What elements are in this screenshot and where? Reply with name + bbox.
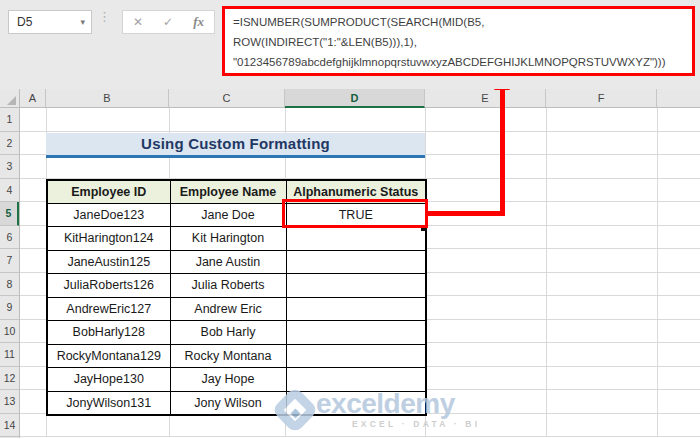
cell-c9[interactable]: Andrew Eric bbox=[170, 297, 286, 321]
watermark-tagline: EXCEL · DATA · BI bbox=[352, 419, 480, 429]
row-header-1[interactable]: 1 bbox=[0, 108, 19, 132]
table-row: RockyMontana129 Rocky Montana bbox=[47, 344, 426, 368]
sheet-title-cell[interactable]: Using Custom Formatting bbox=[46, 133, 425, 159]
cell-c11[interactable]: Rocky Montana bbox=[170, 344, 286, 368]
cell-d9[interactable] bbox=[286, 297, 426, 321]
cell-b9[interactable]: AndrewEric127 bbox=[47, 297, 170, 321]
name-box[interactable]: D5 ▾ bbox=[8, 10, 92, 34]
excel-screenshot: D5 ▾ ⋮ ✕ ✓ fx =ISNUMBER(SUMPRODUCT(SEARC… bbox=[0, 0, 700, 439]
column-header-c[interactable]: C bbox=[169, 89, 285, 107]
name-box-value: D5 bbox=[17, 15, 32, 29]
table-row: KitHarington124 Kit Harington bbox=[47, 227, 426, 251]
formula-buttons: ✕ ✓ fx bbox=[122, 10, 215, 34]
cell-b13[interactable]: JonyWilson131 bbox=[47, 391, 170, 415]
column-header-a[interactable]: A bbox=[20, 89, 46, 107]
cell-b5[interactable]: JaneDoe123 bbox=[47, 203, 170, 227]
row-header-7[interactable]: 7 bbox=[0, 249, 19, 273]
watermark-brand: exceldemy bbox=[316, 388, 455, 420]
row-header-10[interactable]: 10 bbox=[0, 320, 19, 344]
column-header-row: A B C D E F bbox=[0, 89, 700, 108]
cell-c6[interactable]: Kit Harington bbox=[170, 227, 286, 251]
row-header-8[interactable]: 8 bbox=[0, 273, 19, 297]
row-header-14[interactable]: 14 bbox=[0, 414, 19, 438]
cancel-icon[interactable]: ✕ bbox=[133, 15, 143, 29]
row-header-5[interactable]: 5 bbox=[0, 202, 19, 226]
row-header-6[interactable]: 6 bbox=[0, 226, 19, 250]
cell-d11[interactable] bbox=[286, 344, 426, 368]
table-row: JaneAustin125 Jane Austin bbox=[47, 250, 426, 274]
drag-handle-icon: ⋮ bbox=[98, 12, 108, 22]
d5-highlight-box bbox=[282, 199, 428, 228]
table-row: BobHarly128 Bob Harly bbox=[47, 321, 426, 345]
cell-c13[interactable]: Jony Wilson bbox=[170, 391, 286, 415]
cell-c12[interactable]: Jay Hope bbox=[170, 368, 286, 392]
column-header-e[interactable]: E bbox=[425, 89, 546, 107]
column-header-b[interactable]: B bbox=[46, 89, 169, 107]
cell-d7[interactable] bbox=[286, 250, 426, 274]
row-header-4[interactable]: 4 bbox=[0, 179, 19, 203]
row-header-12[interactable]: 12 bbox=[0, 367, 19, 391]
row-header-3[interactable]: 3 bbox=[0, 155, 19, 179]
annotation-arrow-elbow bbox=[428, 211, 505, 216]
cell-b7[interactable]: JaneAustin125 bbox=[47, 250, 170, 274]
cell-b11[interactable]: RockyMontana129 bbox=[47, 344, 170, 368]
cell-b6[interactable]: KitHarington124 bbox=[47, 227, 170, 251]
formula-input[interactable]: =ISNUMBER(SUMPRODUCT(SEARCH(MID(B5, ROW(… bbox=[222, 6, 695, 76]
column-header-d[interactable]: D bbox=[285, 89, 425, 108]
table-row: JuliaRoberts126 Julia Roberts bbox=[47, 274, 426, 298]
row-header-column: 1 2 3 4 5 6 7 8 9 10 11 12 13 14 bbox=[0, 108, 20, 438]
header-employee-id[interactable]: Employee ID bbox=[47, 180, 170, 204]
cell-c10[interactable]: Bob Harly bbox=[170, 321, 286, 345]
cell-d6[interactable] bbox=[286, 227, 426, 251]
row-header-13[interactable]: 13 bbox=[0, 390, 19, 414]
cell-b8[interactable]: JuliaRoberts126 bbox=[47, 274, 170, 298]
cell-c7[interactable]: Jane Austin bbox=[170, 250, 286, 274]
row-header-9[interactable]: 9 bbox=[0, 296, 19, 320]
cell-d8[interactable] bbox=[286, 274, 426, 298]
grid-line bbox=[657, 108, 658, 437]
cell-d10[interactable] bbox=[286, 321, 426, 345]
grid-line bbox=[546, 108, 547, 437]
column-header-f[interactable]: F bbox=[546, 89, 657, 107]
enter-icon[interactable]: ✓ bbox=[163, 15, 173, 29]
annotation-arrow-shaft bbox=[500, 88, 505, 216]
cell-c8[interactable]: Julia Roberts bbox=[170, 274, 286, 298]
row-header-2[interactable]: 2 bbox=[0, 132, 19, 156]
cell-b12[interactable]: JayHope130 bbox=[47, 368, 170, 392]
row-header-11[interactable]: 11 bbox=[0, 343, 19, 367]
cell-b10[interactable]: BobHarly128 bbox=[47, 321, 170, 345]
cell-c5[interactable]: Jane Doe bbox=[170, 203, 286, 227]
select-all-triangle-icon bbox=[7, 96, 16, 105]
table-row: AndrewEric127 Andrew Eric bbox=[47, 297, 426, 321]
select-all-corner[interactable] bbox=[0, 89, 20, 107]
chevron-down-icon[interactable]: ▾ bbox=[80, 17, 85, 27]
header-employee-name[interactable]: Employee Name bbox=[170, 180, 286, 204]
insert-function-icon[interactable]: fx bbox=[193, 14, 204, 30]
